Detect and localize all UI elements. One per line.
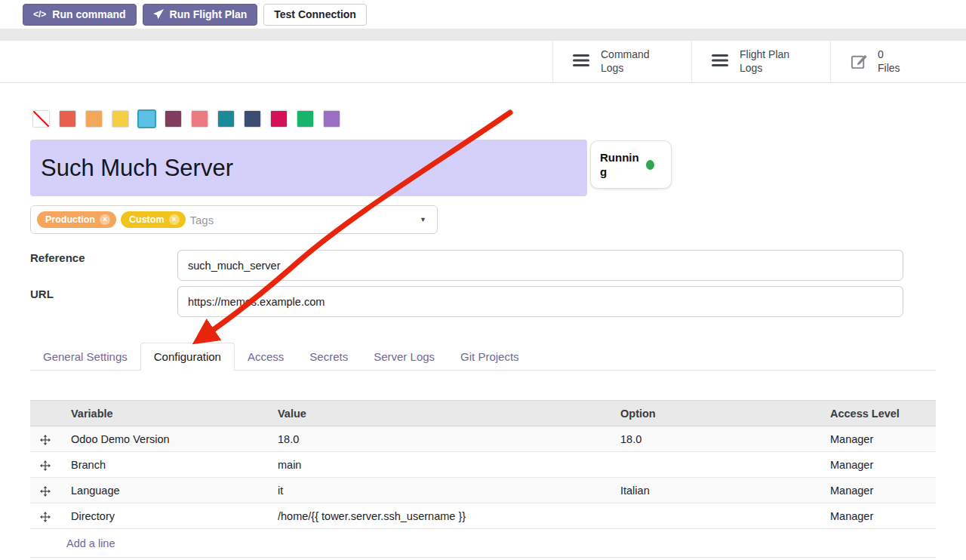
table-row[interactable]: BranchmainManager [30, 452, 936, 478]
drag-handle-icon[interactable] [40, 486, 51, 497]
tab-general-settings[interactable]: General Settings [30, 343, 140, 370]
drag-handle-icon[interactable] [40, 512, 51, 522]
tab-access[interactable]: Access [235, 343, 297, 370]
run-command-button[interactable]: </> Run command [23, 4, 137, 26]
list-icon [573, 53, 591, 70]
column-header: Option [614, 401, 824, 426]
tab-server-logs[interactable]: Server Logs [361, 343, 448, 370]
tags-container: Production×Custom× [37, 211, 186, 228]
table-cell: Manager [824, 426, 936, 452]
edit-icon [851, 52, 868, 72]
drag-handle-icon[interactable] [40, 460, 51, 471]
status-label: Running [600, 150, 639, 180]
files-count: 0 [878, 48, 884, 60]
table-row[interactable]: Odoo Demo Version18.018.0Manager [30, 426, 936, 452]
tag-remove-icon[interactable]: × [169, 214, 180, 225]
files-label: Files [878, 62, 900, 74]
table-cell: Odoo Demo Version [60, 426, 272, 452]
separator-strip [0, 29, 966, 41]
color-swatch-12[interactable] [324, 111, 340, 127]
code-icon: </> [33, 10, 46, 19]
color-swatch-6[interactable] [165, 111, 181, 127]
color-swatch-9[interactable] [245, 111, 260, 127]
tag-remove-icon[interactable]: × [100, 214, 110, 225]
toolbar: </> Run command Run Flight Plan Test Con… [0, 0, 966, 29]
table-cell [614, 452, 824, 478]
table-row[interactable]: LanguageitItalianManager [30, 478, 936, 503]
table-cell: Branch [60, 452, 272, 478]
reference-label: Reference [30, 251, 85, 264]
table-cell: /home/{{ tower.server.ssh_username }} [272, 503, 614, 529]
tab-secrets[interactable]: Secrets [297, 343, 361, 370]
server-name-field[interactable]: Such Much Server [30, 140, 587, 196]
table-cell: Italian [614, 478, 824, 503]
run-flight-plan-label: Run Flight Plan [170, 9, 248, 20]
table-cell: 18.0 [614, 426, 824, 452]
color-swatch-3[interactable] [86, 111, 102, 127]
column-header: Value [272, 401, 614, 426]
tags-field[interactable]: Production×Custom× Tags ▼ [30, 205, 438, 234]
color-swatch-11[interactable] [297, 111, 313, 127]
tab-git-projects[interactable]: Git Projects [448, 343, 532, 370]
config-table-head-row: VariableValueOptionAccess Level [30, 401, 936, 426]
add-line-link[interactable]: Add a line [66, 537, 115, 549]
tag-label: Custom [129, 214, 165, 225]
table-cell: Manager [824, 478, 936, 503]
test-connection-button[interactable]: Test Connection [263, 4, 367, 26]
color-swatch-10[interactable] [271, 111, 287, 127]
drag-handle-icon[interactable] [40, 435, 51, 445]
url-input[interactable] [177, 286, 903, 317]
tag-production: Production× [37, 211, 116, 228]
server-name: Such Much Server [41, 155, 233, 182]
table-cell: Manager [824, 503, 936, 529]
column-header: Access Level [824, 401, 936, 426]
color-swatch-4[interactable] [112, 111, 128, 127]
run-flight-plan-button[interactable]: Run Flight Plan [143, 4, 258, 26]
table-cell: Language [60, 478, 272, 503]
table-cell: 18.0 [272, 426, 614, 452]
status-dot-icon [646, 160, 654, 170]
table-row[interactable]: Directory/home/{{ tower.server.ssh_usern… [30, 503, 936, 529]
dropdown-caret-icon[interactable]: ▼ [420, 216, 426, 223]
table-cell: main [272, 452, 614, 478]
color-swatch-1[interactable] [33, 111, 49, 127]
tabs: General SettingsConfigurationAccessSecre… [30, 342, 936, 371]
command-logs-label: Command Logs [601, 48, 670, 75]
tags-placeholder: Tags [190, 214, 214, 226]
color-swatch-2[interactable] [60, 111, 75, 127]
flight-plan-logs-label: Flight Plan Logs [740, 48, 809, 75]
config-table-body: Odoo Demo Version18.018.0ManagerBranchma… [30, 426, 936, 529]
add-line-row: Add a line [30, 529, 936, 558]
tab-configuration[interactable]: Configuration [140, 343, 235, 371]
column-header: Variable [60, 401, 272, 426]
table-cell: Directory [60, 503, 272, 529]
tag-label: Production [45, 214, 95, 225]
files-button[interactable]: 0 Files [830, 41, 966, 82]
run-command-label: Run command [52, 9, 125, 20]
table-cell [614, 503, 824, 529]
color-swatch-5[interactable] [139, 111, 155, 127]
color-swatches [33, 111, 340, 127]
flight-plan-logs-button[interactable]: Flight Plan Logs [691, 41, 830, 82]
tag-custom: Custom× [121, 211, 186, 228]
table-cell: it [272, 478, 614, 503]
command-logs-button[interactable]: Command Logs [552, 41, 691, 82]
table-cell: Manager [824, 452, 936, 478]
paper-plane-icon [153, 9, 164, 20]
list-icon [712, 53, 730, 70]
color-swatch-7[interactable] [192, 111, 208, 127]
test-connection-label: Test Connection [274, 9, 356, 20]
color-swatch-8[interactable] [218, 111, 234, 127]
config-table: VariableValueOptionAccess Level Odoo Dem… [30, 400, 936, 558]
header-row: Command Logs Flight Plan Logs 0 Files [0, 41, 966, 83]
reference-input[interactable] [177, 250, 903, 281]
url-label: URL [30, 288, 54, 300]
status-badge[interactable]: Running [590, 140, 672, 189]
